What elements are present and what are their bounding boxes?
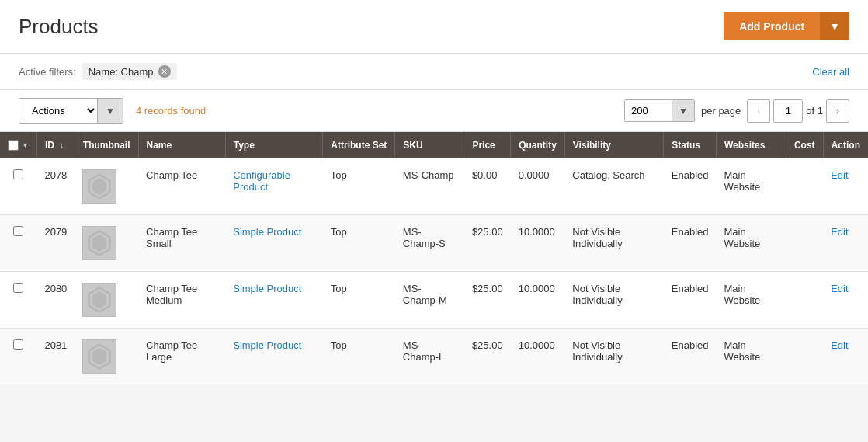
th-checkbox: ▼ (0, 132, 36, 158)
row-websites: Main Website (717, 329, 786, 385)
row-name: Champ Tee (138, 158, 225, 215)
row-sku: MS-Champ-S (395, 215, 464, 272)
row-action[interactable]: Edit (823, 158, 868, 215)
id-sort-icon: ↓ (60, 141, 64, 150)
row-price: $0.00 (464, 158, 511, 215)
toolbar-left: Actions ▼ 4 records found (19, 98, 206, 124)
th-action: Action (823, 132, 868, 158)
row-checkbox-cell (0, 329, 36, 385)
row-price: $25.00 (464, 272, 511, 329)
edit-link[interactable]: Edit (831, 283, 848, 294)
th-attribute-set[interactable]: Attribute Set (323, 132, 395, 158)
th-quantity[interactable]: Quantity (511, 132, 565, 158)
row-thumbnail (75, 272, 138, 329)
row-quantity: 10.0000 (511, 329, 565, 385)
type-link: Simple Product (233, 226, 301, 238)
row-type: Configurable Product (225, 158, 323, 215)
table-row: 2079 Champ Tee Small Simple Product Top … (0, 215, 868, 272)
table-row: 2081 Champ Tee Large Simple Product Top … (0, 329, 868, 385)
th-cost[interactable]: Cost (786, 132, 823, 158)
per-page-label: per page (701, 105, 741, 117)
edit-link[interactable]: Edit (831, 169, 848, 181)
th-thumbnail: Thumbnail (75, 132, 138, 158)
row-sku: MS-Champ-L (395, 329, 464, 385)
row-sku: MS-Champ (395, 158, 464, 215)
row-quantity: 10.0000 (511, 215, 565, 272)
filter-remove-button[interactable]: ✕ (158, 65, 171, 78)
row-name: Champ Tee Large (138, 329, 225, 385)
row-id: 2079 (36, 215, 75, 272)
th-visibility[interactable]: Visibility (564, 132, 663, 158)
row-thumbnail (75, 158, 138, 215)
toolbar: Actions ▼ 4 records found ▼ per page ‹ o… (0, 90, 868, 132)
row-cost (786, 158, 823, 215)
row-action[interactable]: Edit (823, 215, 868, 272)
pagination-of: of 1 (806, 105, 823, 117)
row-status: Enabled (664, 215, 717, 272)
row-websites: Main Website (717, 215, 786, 272)
th-websites[interactable]: Websites (717, 132, 786, 158)
table-row: 2080 Champ Tee Medium Simple Product Top… (0, 272, 868, 329)
checkbox-dropdown-icon[interactable]: ▼ (22, 141, 29, 149)
row-quantity: 0.0000 (511, 158, 565, 215)
row-attribute-set: Top (323, 158, 395, 215)
row-thumbnail (75, 215, 138, 272)
pagination: ‹ of 1 › (747, 99, 849, 123)
per-page-input[interactable] (625, 100, 672, 121)
edit-link[interactable]: Edit (831, 339, 848, 351)
filters-bar: Active filters: Name: Champ ✕ Clear all (0, 54, 868, 90)
row-cost (786, 329, 823, 385)
row-status: Enabled (664, 272, 717, 329)
row-checkbox[interactable] (13, 169, 23, 179)
row-attribute-set: Top (323, 272, 395, 329)
actions-dropdown-button[interactable]: ▼ (97, 99, 123, 123)
actions-select-group: Actions ▼ (19, 98, 123, 124)
add-product-btn-group: Add Product ▼ (724, 12, 849, 40)
th-id[interactable]: ID ↓ (36, 132, 75, 158)
row-thumbnail (75, 329, 138, 385)
row-attribute-set: Top (323, 215, 395, 272)
row-checkbox-cell (0, 158, 36, 215)
th-sku[interactable]: SKU (395, 132, 464, 158)
products-table: ▼ ID ↓ Thumbnail Name Type Attribute Set… (0, 132, 868, 385)
row-action[interactable]: Edit (823, 272, 868, 329)
actions-select[interactable]: Actions (19, 99, 97, 123)
row-id: 2080 (36, 272, 75, 329)
page-header: Products Add Product ▼ (0, 0, 868, 54)
clear-all-link[interactable]: Clear all (812, 66, 849, 78)
row-name: Champ Tee Small (138, 215, 225, 272)
row-cost (786, 215, 823, 272)
th-type[interactable]: Type (225, 132, 323, 158)
add-product-button[interactable]: Add Product (724, 12, 820, 40)
type-link: Simple Product (233, 339, 301, 351)
row-price: $25.00 (464, 215, 511, 272)
row-id: 2081 (36, 329, 75, 385)
row-checkbox[interactable] (13, 283, 23, 293)
pagination-prev-button[interactable]: ‹ (747, 99, 770, 123)
row-status: Enabled (664, 158, 717, 215)
add-product-dropdown-button[interactable]: ▼ (820, 12, 849, 40)
th-status[interactable]: Status (664, 132, 717, 158)
row-websites: Main Website (717, 158, 786, 215)
row-checkbox[interactable] (13, 339, 23, 350)
row-checkbox[interactable] (13, 226, 23, 236)
edit-link[interactable]: Edit (831, 226, 848, 238)
pagination-current-page[interactable] (773, 99, 803, 123)
row-type: Simple Product (225, 272, 323, 329)
row-cost (786, 272, 823, 329)
row-quantity: 10.0000 (511, 272, 565, 329)
filters-label: Active filters: (19, 66, 76, 78)
toolbar-right: ▼ per page ‹ of 1 › (624, 99, 849, 123)
th-name[interactable]: Name (138, 132, 225, 158)
row-type: Simple Product (225, 329, 323, 385)
row-checkbox-cell (0, 272, 36, 329)
pagination-next-button[interactable]: › (826, 99, 849, 123)
select-all-checkbox[interactable] (8, 140, 19, 151)
th-price[interactable]: Price (464, 132, 511, 158)
row-action[interactable]: Edit (823, 329, 868, 385)
per-page-dropdown-button[interactable]: ▼ (672, 100, 694, 121)
row-price: $25.00 (464, 329, 511, 385)
row-checkbox-cell (0, 215, 36, 272)
table-row: 2078 Champ Tee Configurable Product Top … (0, 158, 868, 215)
filter-tag: Name: Champ ✕ (82, 63, 177, 80)
